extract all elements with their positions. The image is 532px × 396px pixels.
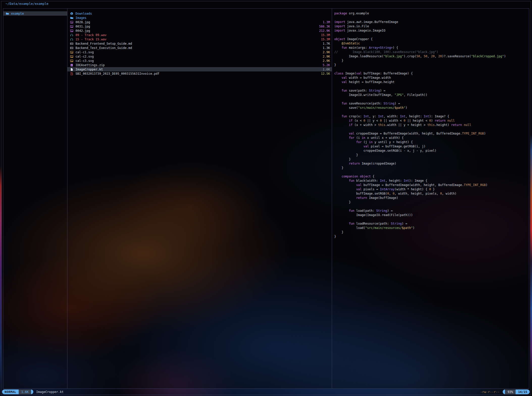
code-line: fun crop(x: Int, y: Int, width: Int, hei… (334, 114, 529, 119)
file-row-Backend_Test_Execution_Guide.md[interactable]: Backend_Test_Execution_Guide.md1.3K (67, 46, 332, 50)
file-list: DownloadsImages0028.jpg1.3M0031.jpg586.3… (67, 9, 332, 76)
file-row-Backend_Frontend_Setup_Guide.md[interactable]: Backend_Frontend_Setup_Guide.md1.7K (67, 41, 332, 46)
code-line: } (334, 157, 529, 162)
file-name: Backend_Frontend_Setup_Guide.md (75, 42, 132, 45)
file-size: 1.3K (323, 46, 332, 50)
code-line: fun saveResource(path: String) = (334, 101, 529, 106)
file-row-cal-c3.svg[interactable]: cal-c3.svg2.9K (67, 59, 332, 63)
file-size: 5.2K (323, 63, 332, 67)
pdf-icon (70, 72, 73, 75)
file-name: 0028.jpg (75, 20, 90, 24)
file-row-ImageCropper.kt[interactable]: ImageCropper.kt1.6K (67, 67, 332, 71)
code-preview: package org.example import java.awt.imag… (332, 9, 529, 239)
file-size: 2.9K (323, 55, 332, 58)
audio-icon (70, 38, 73, 41)
code-line: val width = buffImage.width (334, 76, 529, 80)
file-name: Downloads (75, 12, 92, 15)
current-pane: DownloadsImages0028.jpg1.3M0031.jpg586.3… (67, 9, 332, 388)
code-line: val croppedImage = BufferedImage(width, … (334, 131, 529, 136)
code-line: for (i in x until x + width) { (334, 136, 529, 140)
file-icon (70, 68, 73, 71)
file-name: cal-c1.svg (75, 50, 94, 54)
folder-icon (70, 16, 73, 19)
code-line: fun black(width: Int, height: Int): Imag… (334, 179, 529, 183)
file-row-Images[interactable]: Images (67, 16, 332, 20)
status-bar-right: -rw-r--r-- 93% 14/15 (480, 389, 530, 394)
code-line: if (x < 0 || y < 0 || width < 0 || heigh… (334, 119, 529, 123)
markdown-icon (70, 42, 73, 45)
archive-icon (70, 64, 73, 67)
preview-pane: package org.example import java.awt.imag… (332, 9, 529, 388)
code-line: @JvmStatic (334, 41, 529, 46)
folder-icon (6, 12, 9, 15)
file-row-0031.jpg[interactable]: 0031.jpg586.3K (67, 24, 332, 29)
code-line: fun load(path: String) = (334, 209, 529, 213)
code-line: // Image.black(100, 100).saveResource("b… (334, 50, 529, 54)
scroll-percent: 93% (505, 389, 516, 394)
file-name: cal-c3.svg (75, 59, 94, 63)
audio-icon (70, 34, 73, 37)
code-line: } (334, 63, 529, 67)
code-line: for (j in y until y + height) { (334, 140, 529, 144)
pill-cap (503, 389, 505, 394)
file-size: 15.3M (321, 33, 332, 37)
code-line (334, 127, 529, 131)
code-line (334, 170, 529, 174)
file-row-cal-c1.svg[interactable]: cal-c1.svg2.9K (67, 50, 332, 54)
code-line: class Image(val buffImage: BufferedImage… (334, 71, 529, 76)
file-name: 0042.jpg (75, 29, 90, 33)
file-row-0028.jpg[interactable]: 0028.jpg1.3M (67, 20, 332, 24)
file-name: 15 - Track 15.wav (75, 38, 107, 41)
file-row-09 - Track 09.wav[interactable]: 09 - Track 09.wav15.3M (67, 33, 332, 37)
code-line (334, 84, 529, 89)
image-icon (70, 25, 73, 28)
image-icon (70, 51, 73, 54)
code-line: } (334, 166, 529, 170)
code-line: save("src/main/resources/$path") (334, 106, 529, 110)
code-line: import java.io.File (334, 24, 529, 29)
file-row-0042.jpg[interactable]: 0042.jpg212.9K (67, 29, 332, 33)
code-line (334, 33, 529, 37)
position-pill: 93% 14/15 (503, 389, 530, 394)
file-size: 1.7K (323, 42, 332, 45)
code-line (334, 97, 529, 101)
file-size: 15.3M (321, 38, 332, 41)
file-size: 12.5K (321, 72, 332, 75)
code-line (334, 110, 529, 114)
code-line: val height = buffImage.height (334, 80, 529, 84)
file-row-IDEAsettings.zip[interactable]: IDEAsettings.zip5.2K (67, 63, 332, 67)
parent-pane: example (3, 9, 67, 388)
code-line: fun loadResource(path: String) = (334, 222, 529, 226)
file-name: IDEAsettings.zip (75, 63, 105, 67)
code-line: fun main(args: Array<String>) { (334, 46, 529, 50)
code-line: } (334, 153, 529, 157)
parent-items-list: example (3, 9, 67, 16)
status-bar: NORMAL 1.6K ImageCropper.kt -rw-r--r-- 9… (2, 389, 530, 394)
code-line: import javax.imageio.ImageIO (334, 29, 529, 33)
status-bar-left: NORMAL 1.6K ImageCropper.kt (2, 389, 64, 394)
code-line: companion object { (334, 174, 529, 179)
pill-cap (31, 389, 33, 394)
code-line: } (334, 200, 529, 204)
code-line (334, 217, 529, 222)
file-manager-panes: example DownloadsImages0028.jpg1.3M0031.… (3, 8, 529, 389)
file-size-badge: 1.6K (19, 389, 31, 394)
code-line: val pixels = IntArray(width * height) { … (334, 187, 529, 192)
file-row-cal-c2.svg[interactable]: cal-c2.svg2.9K (67, 54, 332, 59)
status-filename: ImageCropper.kt (36, 390, 63, 394)
file-row-Downloads[interactable]: Downloads (67, 11, 332, 16)
wallpaper-left-stripe (0, 0, 2, 396)
code-line: return Image(buffImage) (334, 196, 529, 200)
code-line: } (334, 234, 529, 239)
code-line (334, 204, 529, 209)
code-line: } (334, 230, 529, 234)
file-row-15 - Track 15.wav[interactable]: 15 - Track 15.wav15.3M (67, 37, 332, 41)
file-permissions: -rw-r--r-- (480, 390, 500, 394)
code-line: load("src/main/resources/$path") (334, 226, 529, 230)
code-line: if (x + width > this.width || y + height… (334, 123, 529, 127)
code-line: val buffImage = BufferedImage(width, hei… (334, 183, 529, 187)
code-line: fun save(path: String) = (334, 89, 529, 93)
file-row-SBI_0032013739_2023_DE05_0003155631Invoice.pdf[interactable]: SBI_0032013739_2023_DE05_0003155631Invoi… (67, 71, 332, 76)
parent-item-example[interactable]: example (3, 11, 67, 16)
code-line: package org.example (334, 11, 529, 16)
